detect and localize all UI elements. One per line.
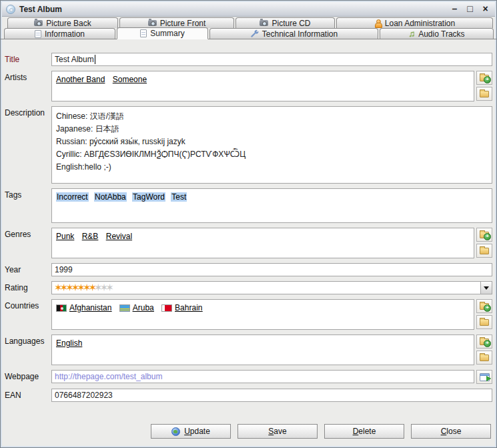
country-name: Aruba (133, 303, 154, 312)
tab-audio-tracks[interactable]: ♫ Audio Tracks (380, 28, 494, 39)
close-button-label: Close (441, 427, 462, 436)
tab-label: Information (45, 29, 85, 39)
summary-form: Title Artists Another Band Someone (1, 39, 496, 424)
tags-label: Tags (5, 188, 51, 200)
genre-link[interactable]: Punk (56, 232, 74, 241)
language-link[interactable]: English (56, 339, 82, 348)
rating-dropdown-button[interactable] (480, 282, 492, 294)
title-row: Title (5, 53, 492, 66)
text-caret (95, 55, 95, 64)
folder-add-icon (480, 339, 489, 345)
rating-label: Rating (5, 281, 51, 292)
webpage-input[interactable] (51, 370, 474, 383)
close-icon[interactable]: × (480, 3, 491, 15)
countries-label: Countries (5, 299, 51, 310)
footer-button-bar: Update Save Delete Close (1, 424, 496, 447)
webpage-row: Webpage (5, 370, 492, 384)
languages-row: Languages English (5, 334, 492, 365)
genre-link[interactable]: Revival (106, 232, 132, 241)
genres-row: Genres Punk R&B Revival (5, 228, 492, 258)
tag-chip[interactable]: NotAbba (94, 192, 127, 202)
artist-link[interactable]: Another Band (56, 75, 105, 84)
afghanistan-flag-icon (56, 304, 67, 312)
star-empty-icon[interactable]: ✶ (105, 282, 114, 293)
genres-label: Genres (5, 228, 51, 239)
browser-go-icon (480, 373, 490, 381)
album-dialog-window: Test Album – □ × Picture Back Picture Fr… (0, 0, 497, 448)
tab-loan-administration[interactable]: Loan Administration (336, 17, 493, 28)
bahrain-flag-icon (161, 304, 172, 312)
ean-label: EAN (5, 389, 51, 400)
aruba-flag-icon (119, 304, 130, 312)
tab-technical-information[interactable]: Technical Information (209, 28, 378, 39)
year-input[interactable] (51, 263, 492, 276)
folder-icon (480, 91, 489, 97)
title-label: Title (5, 53, 51, 64)
choose-language-button[interactable] (476, 351, 492, 365)
open-webpage-button[interactable] (476, 370, 492, 384)
add-language-button[interactable] (476, 334, 492, 349)
year-label: Year (5, 263, 51, 274)
tab-row-2: Information Summary Technical Informatio… (1, 28, 496, 39)
rating-stars[interactable]: ✶✶✶✶✶✶✶✶✶✶ (52, 282, 480, 294)
languages-label: Languages (5, 334, 51, 346)
year-row: Year (5, 263, 492, 276)
languages-listbox: English (51, 334, 474, 365)
tab-information[interactable]: Information (4, 28, 115, 39)
delete-button-label: Delete (353, 427, 376, 436)
document-icon (140, 29, 147, 37)
folder-icon (480, 355, 489, 361)
country-name: Bahrain (175, 303, 202, 312)
title-bar[interactable]: Test Album – □ × (2, 2, 495, 17)
country-link[interactable]: Bahrain (161, 303, 202, 312)
tab-picture-cd[interactable]: Picture CD (235, 17, 335, 28)
tab-picture-back[interactable]: Picture Back (7, 17, 118, 28)
wrench-icon (250, 29, 259, 38)
ean-input[interactable] (51, 389, 492, 402)
tags-box[interactable]: Incorrect NotAbba TagWord Test (51, 188, 492, 223)
person-icon (374, 19, 382, 27)
tab-label: Picture Front (160, 19, 206, 28)
delete-button[interactable]: Delete (324, 424, 404, 439)
camera-icon (260, 20, 268, 26)
folder-add-icon (480, 232, 489, 238)
add-artist-button[interactable] (476, 71, 492, 85)
countries-row: Countries Afghanistan Aruba Bahrain (5, 299, 492, 330)
rating-combobox[interactable]: ✶✶✶✶✶✶✶✶✶✶ (51, 281, 492, 294)
folder-add-icon (480, 75, 489, 81)
tab-label: Picture Back (46, 19, 91, 28)
document-icon (35, 30, 41, 38)
close-button[interactable]: Close (411, 424, 491, 439)
tag-chip[interactable]: TagWord (132, 192, 165, 202)
music-note-icon: ♫ (408, 30, 415, 38)
save-button[interactable]: Save (237, 424, 318, 439)
update-button[interactable]: Update (151, 424, 231, 439)
tab-label: Technical Information (262, 29, 338, 39)
choose-artist-button[interactable] (476, 87, 492, 101)
tab-row-1: Picture Back Picture Front Picture CD Lo… (1, 17, 496, 28)
maximize-button[interactable]: □ (464, 3, 476, 15)
country-link[interactable]: Afghanistan (56, 303, 111, 312)
window-title: Test Album (19, 5, 445, 14)
title-input[interactable] (51, 53, 492, 66)
chevron-down-icon (484, 286, 489, 290)
artist-link[interactable]: Someone (113, 75, 147, 84)
tag-chip[interactable]: Incorrect (56, 192, 89, 202)
globe-icon (171, 427, 180, 436)
add-genre-button[interactable] (476, 228, 492, 242)
tag-chip[interactable]: Test (171, 192, 187, 202)
description-textarea[interactable]: Chinese: 汉语/漢語 Japanese: 日本語 Russian: ру… (51, 106, 492, 184)
choose-country-button[interactable] (476, 315, 492, 329)
countries-listbox: Afghanistan Aruba Bahrain (51, 299, 474, 330)
country-name: Afghanistan (69, 303, 111, 312)
minimize-button[interactable]: – (449, 3, 460, 15)
folder-icon (480, 248, 489, 254)
choose-genre-button[interactable] (476, 244, 492, 258)
tab-picture-front[interactable]: Picture Front (119, 17, 234, 28)
description-label: Description (5, 106, 51, 118)
add-country-button[interactable] (476, 299, 492, 313)
genre-link[interactable]: R&B (82, 232, 99, 241)
tab-label: Loan Administration (385, 19, 455, 28)
tab-summary[interactable]: Summary (117, 27, 208, 39)
country-link[interactable]: Aruba (119, 303, 154, 312)
